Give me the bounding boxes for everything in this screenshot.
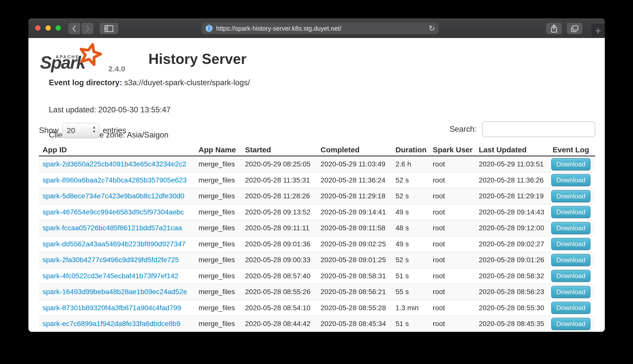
- cell-spark-user: root: [429, 204, 475, 220]
- download-button[interactable]: Download: [551, 174, 590, 186]
- cell-app-name: merge_files: [195, 156, 242, 172]
- cell-duration: 49 s: [392, 204, 429, 220]
- new-tab-button[interactable]: +: [591, 24, 605, 38]
- cell-completed: 2020-05-28 11:36:24: [317, 172, 392, 188]
- cell-spark-user: root: [429, 300, 475, 316]
- app-id-link[interactable]: spark-2fa30b4277c9496c9d929fd5fd2fe725: [43, 256, 179, 264]
- page-title: History Server: [148, 51, 247, 67]
- last-updated-line: Last updated: 2020-05-30 13:55:47: [49, 105, 171, 114]
- column-header-last-updated[interactable]: Last Updated: [475, 144, 546, 156]
- app-id-link[interactable]: spark-fccaa05726bc485f86121bdd57a21caa: [43, 224, 182, 232]
- cell-completed: 2020-05-28 08:58:31: [317, 268, 392, 284]
- cell-last-updated: 2020-05-28 08:56:23: [475, 284, 546, 300]
- screenshot-stage: https://spark-history-server.k8s.stg.duy…: [0, 0, 633, 364]
- column-header-app-id[interactable]: App ID: [39, 144, 195, 156]
- download-button[interactable]: Download: [551, 254, 590, 266]
- download-button[interactable]: Download: [551, 286, 590, 298]
- app-id-link[interactable]: spark-8960a6baa2c74b0ca4285b357905e623: [43, 176, 187, 184]
- app-id-link[interactable]: spark-87301b89320f4a3fb671a904c4fad799: [43, 304, 181, 312]
- cell-last-updated: 2020-05-28 11:29:19: [475, 188, 546, 204]
- table-row: spark-87301b89320f4a3fb671a904c4fad799 m…: [39, 300, 595, 316]
- cell-started: 2020-05-28 11:35:31: [242, 172, 317, 188]
- page-content: APACHE Spark 2.4.0 History Server Event …: [28, 38, 605, 332]
- cell-duration: 55 s: [392, 284, 429, 300]
- app-id-link[interactable]: spark-16493d99beba48b28ae1b09ec24ad52e: [43, 288, 187, 296]
- entries-label: entries: [103, 126, 126, 135]
- table-row: spark-16493d99beba48b28ae1b09ec24ad52e m…: [39, 284, 595, 300]
- forward-button[interactable]: [82, 23, 94, 34]
- back-button[interactable]: [68, 23, 80, 34]
- reload-icon[interactable]: ↻: [429, 25, 435, 32]
- cell-started: 2020-05-28 09:13:52: [242, 204, 317, 220]
- share-button[interactable]: [546, 23, 562, 34]
- cell-started: 2020-05-28 09:01:36: [242, 236, 317, 252]
- sidebar-toggle-button[interactable]: [100, 23, 118, 34]
- search-input[interactable]: [482, 121, 595, 137]
- download-button[interactable]: Download: [551, 270, 590, 282]
- table-row: spark-8960a6baa2c74b0ca4285b357905e623 m…: [39, 172, 595, 188]
- app-id-link[interactable]: spark-5d8ece734e7c423e9ba0b8c12dfe30d0: [43, 192, 184, 200]
- cell-spark-user: root: [429, 236, 475, 252]
- cell-started: 2020-05-28 08:57:40: [242, 268, 317, 284]
- cell-last-updated: 2020-05-28 09:12:00: [475, 220, 546, 236]
- download-button[interactable]: Download: [551, 238, 590, 250]
- download-button[interactable]: Download: [551, 206, 590, 218]
- cell-spark-user: root: [429, 188, 475, 204]
- table-row: spark-fccaa05726bc485f86121bdd57a21caa m…: [39, 220, 595, 236]
- tabs-icon: [571, 25, 578, 32]
- table-row: spark-ec7c6899a1f942da8fe33fa6dbdce8b9 m…: [39, 316, 595, 332]
- app-id-link[interactable]: spark-4fc0522cd3e745ecbaf41b73f97ef142: [43, 272, 178, 280]
- cell-completed: 2020-05-28 08:56:21: [317, 284, 392, 300]
- app-id-link[interactable]: spark-dd5562a43aa54694b223bf890d927347: [43, 240, 185, 248]
- cell-started: 2020-05-28 08:54:10: [242, 300, 317, 316]
- download-button[interactable]: Download: [551, 158, 590, 170]
- address-bar[interactable]: https://spark-history-server.k8s.stg.duy…: [202, 23, 439, 34]
- cell-app-name: merge_files: [195, 316, 242, 332]
- column-header-event-log[interactable]: Event Log: [546, 144, 595, 156]
- column-header-started[interactable]: Started: [242, 144, 317, 156]
- column-header-app-name[interactable]: App Name: [195, 144, 242, 156]
- app-id-link[interactable]: spark-467654e9cc994e6583d9c5f97304aebc: [43, 208, 184, 216]
- cell-completed: 2020-05-29 11:03:49: [317, 156, 392, 172]
- zoom-window-button[interactable]: [56, 25, 61, 31]
- page-size-select[interactable]: 20 ▲ ▼: [62, 123, 99, 138]
- app-id-link[interactable]: spark-2d3650a225cb4091b43e65c43234e2c2: [43, 160, 186, 168]
- table-row: spark-2fa30b4277c9496c9d929fd5fd2fe725 m…: [39, 252, 595, 268]
- cell-last-updated: 2020-05-28 08:45:35: [475, 316, 546, 332]
- minimize-window-button[interactable]: [46, 25, 51, 31]
- cell-spark-user: root: [429, 268, 475, 284]
- cell-completed: 2020-05-28 08:55:28: [317, 300, 392, 316]
- column-header-spark-user[interactable]: Spark User: [429, 144, 475, 156]
- search-label: Search:: [450, 125, 477, 134]
- table-controls: Show 20 ▲ ▼ entries Search:: [39, 120, 595, 138]
- tab-overview-button[interactable]: [567, 23, 582, 34]
- column-header-completed[interactable]: Completed: [317, 144, 392, 156]
- sidebar-icon: [104, 25, 113, 32]
- table-row: spark-2d3650a225cb4091b43e65c43234e2c2 m…: [39, 156, 595, 172]
- cell-last-updated: 2020-05-28 09:14:43: [475, 204, 546, 220]
- show-label: Show: [39, 126, 59, 135]
- cell-last-updated: 2020-05-29 11:03:51: [475, 156, 546, 172]
- event-log-directory-label: Event log directory:: [49, 78, 122, 87]
- share-icon: [551, 24, 557, 33]
- close-window-button[interactable]: [35, 25, 41, 31]
- browser-titlebar: https://spark-history-server.k8s.stg.duy…: [28, 18, 605, 38]
- cell-spark-user: root: [429, 252, 475, 268]
- cell-last-updated: 2020-05-28 11:36:26: [475, 172, 546, 188]
- app-id-link[interactable]: spark-ec7c6899a1f942da8fe33fa6dbdce8b9: [43, 320, 180, 328]
- cell-started: 2020-05-29 08:25:05: [242, 156, 317, 172]
- cell-completed: 2020-05-28 09:01:25: [317, 252, 392, 268]
- cell-spark-user: root: [429, 172, 475, 188]
- applications-table-wrap: App IDApp NameStartedCompletedDurationSp…: [39, 144, 595, 332]
- download-button[interactable]: Download: [551, 302, 590, 314]
- download-button[interactable]: Download: [551, 222, 590, 234]
- chevron-right-icon: [85, 25, 90, 32]
- download-button[interactable]: Download: [551, 190, 590, 202]
- cell-started: 2020-05-28 09:00:33: [242, 252, 317, 268]
- download-button[interactable]: Download: [551, 318, 590, 330]
- cell-duration: 51 s: [392, 316, 429, 332]
- applications-table: App IDApp NameStartedCompletedDurationSp…: [39, 144, 595, 332]
- column-header-duration[interactable]: Duration: [392, 144, 429, 156]
- cell-last-updated: 2020-05-28 08:58:32: [475, 268, 546, 284]
- select-stepper-icon: ▲ ▼: [92, 125, 96, 134]
